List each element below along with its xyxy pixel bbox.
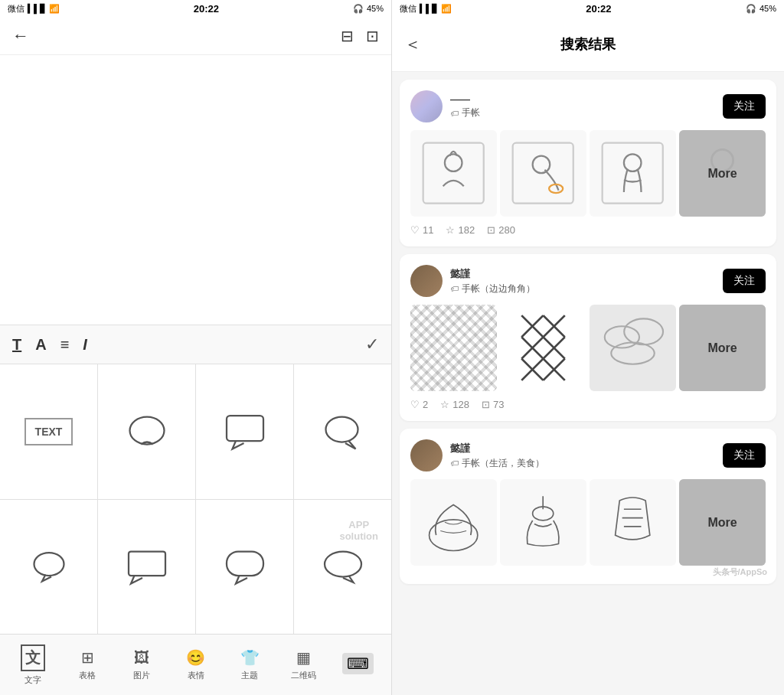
share-icon[interactable]: ⊡ [366,27,379,45]
sticker-bubble-rect[interactable] [196,364,293,499]
right-time: 20:22 [586,3,611,15]
card-3-follow-button[interactable]: 关注 [723,443,766,468]
card-1-img-more[interactable]: More [679,130,766,217]
card-3-img-more[interactable]: More [679,479,766,566]
italic-icon[interactable]: I [83,336,87,354]
underline-text-icon[interactable]: T [12,336,21,354]
image-nav-label: 图片 [133,670,150,681]
format-icons: T A ≡ I [12,336,87,354]
card-3-images: More [410,479,766,566]
card-1-shares: ⊡ 280 [487,224,515,236]
svg-point-13 [624,155,642,172]
nav-item-emoji[interactable]: 😊 表情 [168,648,223,681]
card-1-follow-button[interactable]: 关注 [723,94,766,119]
nav-item-image[interactable]: 🖼 图片 [114,649,168,681]
svg-rect-4 [129,552,165,576]
sticker-bubble-rounded[interactable] [196,500,293,635]
copy-icon[interactable]: ⊟ [341,27,354,45]
right-status-left: 微信 ▍▌▊ 📶 [400,3,452,15]
result-card-2: 懿謹 🏷 手帐（边边角角） 关注 [400,254,776,421]
card-2-img-more[interactable]: More [679,305,766,391]
card-2-likes: ♡ 2 [410,399,428,410]
card-2-shares: ⊡ 73 [482,399,504,410]
text-nav-icon: 文 [21,644,45,671]
card-3-avatar [410,439,443,471]
card-3-tag-text: 手帐（生活，美食） [462,457,544,470]
nav-item-text[interactable]: 文 文字 [6,644,60,686]
align-icon[interactable]: ≡ [60,336,70,354]
sticker-text[interactable]: TEXT [0,364,97,499]
card-3-img-3 [590,479,676,566]
card-3-header: 懿謹 🏷 手帐（生活，美食） 关注 [410,439,766,471]
svg-rect-1 [227,416,263,441]
card-1-user-info: —— 🏷 手帐 [450,93,480,119]
nav-item-theme[interactable]: 👕 主题 [223,648,277,681]
bottom-nav: 文 文字 ⊞ 表格 🖼 图片 😊 表情 👕 主题 ▦ 二维码 ⌨ [0,634,391,695]
qrcode-nav-icon: ▦ [296,648,311,667]
canvas-area[interactable] [0,55,391,325]
card-2-img-2 [500,305,586,391]
svg-point-28 [624,318,663,344]
heart-icon-2: ♡ [410,399,420,410]
card-3-username: 懿謹 [450,442,544,455]
sticker-bubble-rect-tail[interactable] [98,500,195,635]
card-3-tag: 🏷 手帐（生活，美食） [450,457,544,470]
card-1-more-text: More [707,167,737,181]
svg-rect-12 [603,143,663,204]
result-card-1: —— 🏷 手帐 关注 [400,80,776,246]
back-button[interactable]: ← [12,26,29,46]
right-battery-label: 45% [760,4,776,13]
card-2-follow-button[interactable]: 关注 [723,269,766,293]
sticker-bubble-oval[interactable] [294,500,391,635]
card-2-img-3 [590,305,676,391]
right-wifi-icon: 📶 [441,4,452,14]
card-1-more-overlay: More [679,130,766,217]
card-1-tag-text: 手帐 [462,106,480,119]
card-3-user: 懿謹 🏷 手帐（生活，美食） [410,439,544,471]
card-1-user: —— 🏷 手帐 [410,90,480,122]
card-1-stats: ♡ 11 ☆ 182 ⊡ 280 [410,224,766,236]
card-2-username: 懿謹 [450,267,535,281]
heart-icon: ♡ [410,224,420,236]
theme-nav-label: 主题 [241,670,258,681]
svg-point-8 [445,155,462,172]
svg-point-2 [325,416,358,442]
star-icon-2: ☆ [440,399,449,410]
left-status-left: 微信 ▍▌▊ 📶 [8,3,60,15]
card-1-username: —— [450,93,480,105]
star-icon: ☆ [446,224,455,236]
sticker-grid: TEXT [0,364,391,634]
nav-item-qrcode[interactable]: ▦ 二维码 [277,648,332,681]
format-toolbar: T A ≡ I ✓ [0,325,391,364]
card-3-more-overlay: More [679,479,766,566]
image-nav-icon: 🖼 [134,649,149,667]
card-3-more-text: More [707,516,737,530]
card-2-tag-icon: 🏷 [450,284,459,293]
emoji-nav-label: 表情 [188,670,204,681]
card-1-star-count: 182 [458,224,475,236]
card-2-user-info: 懿謹 🏷 手帐（边边角角） [450,267,535,295]
nav-item-table[interactable]: ⊞ 表格 [60,648,115,681]
card-1-avatar [410,90,443,122]
sticker-bubble-round[interactable] [98,364,195,499]
card-2-star-count: 128 [452,399,469,410]
nav-item-keyboard[interactable]: ⌨ [331,653,385,677]
text-sticker-label: TEXT [24,418,74,445]
card-1-stars: ☆ 182 [446,224,475,236]
left-status-right: 🎧 45% [353,4,384,14]
share-icon: ⊡ [487,224,495,236]
confirm-button[interactable]: ✓ [365,334,379,354]
card-2-images: More [410,305,766,391]
right-back-button[interactable]: ＜ [404,33,421,56]
right-wechat-label: 微信 [400,3,416,15]
right-status-bar: 微信 ▍▌▊ 📶 20:22 🎧 45% [392,0,784,17]
card-3-img-2 [500,479,586,566]
battery-label: 45% [367,4,384,13]
font-icon[interactable]: A [35,336,46,354]
sticker-bubble-small[interactable] [0,500,97,635]
share-icon-2: ⊡ [482,399,490,410]
results-list: —— 🏷 手帐 关注 [392,72,784,695]
svg-point-6 [325,552,361,577]
sticker-bubble-tail-right[interactable] [294,364,391,499]
table-nav-icon: ⊞ [81,648,94,667]
